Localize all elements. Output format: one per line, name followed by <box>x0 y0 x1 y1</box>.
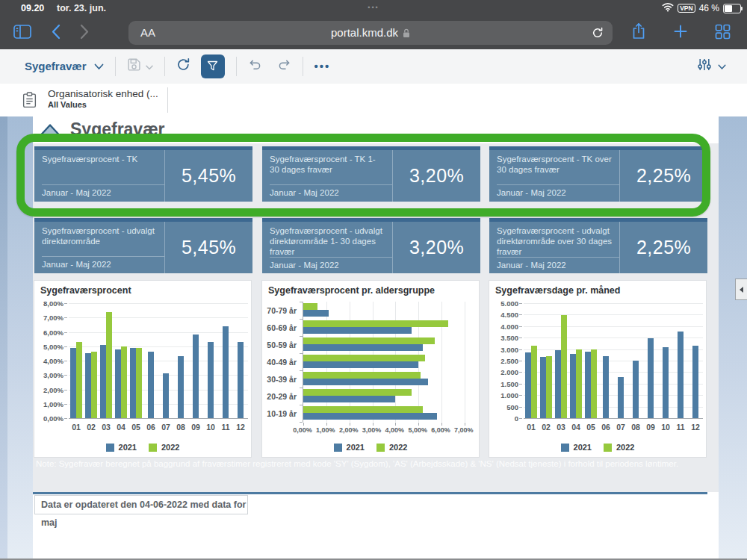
gridline <box>69 332 248 333</box>
bar-2022 <box>303 389 412 396</box>
y-tick-label: 4,00% <box>43 357 63 365</box>
chart-aldersgruppe[interactable]: Sygefraværsprocent pr. aldersgruppe 70-7… <box>262 281 479 457</box>
x-tick-label: 4,00% <box>385 426 405 434</box>
kpi-title: Sygefraværsprocent - udvalgt direktøromr… <box>497 225 619 257</box>
clipboard-icon <box>22 92 37 111</box>
tick-mark <box>64 317 67 318</box>
tick-mark <box>519 349 522 350</box>
filter-settings-icon[interactable] <box>698 58 711 74</box>
x-category-label: 12 <box>233 423 248 432</box>
y-tick-label: 6,00% <box>43 328 63 336</box>
y-tick-label: 5,00% <box>43 342 63 350</box>
tick-mark <box>64 390 67 391</box>
tick-mark <box>300 370 303 371</box>
reload-icon[interactable] <box>592 27 604 42</box>
handoff-dots-icon: ••• <box>0 4 747 11</box>
kpi-title: Sygefraværsprocent - TK 1- 30 dages frav… <box>270 154 392 184</box>
y-tick-label: 7,00% <box>43 314 63 322</box>
panel-expander-button[interactable] <box>735 279 747 300</box>
kpi-period: Januar - Maj 2022 <box>497 184 619 198</box>
bar-2021 <box>100 345 106 418</box>
home-icon <box>39 119 61 140</box>
more-actions-button[interactable]: ••• <box>314 60 331 72</box>
tick-mark <box>300 353 303 354</box>
bar-2021 <box>115 349 121 418</box>
y-axis: 70-79 år60-69 år50-59 år40-49 år30-39 år… <box>264 302 300 422</box>
sidebar-icon[interactable] <box>13 25 31 42</box>
gridline <box>465 302 465 422</box>
dashboard-canvas: Sygefravær Sygefraværsprocent - TK Janua… <box>33 116 719 560</box>
x-category-label: 09 <box>188 423 203 432</box>
back-button[interactable] <box>51 24 61 43</box>
kpi-card-tk-short[interactable]: Sygefraværsprocent - TK 1- 30 dages frav… <box>262 146 480 202</box>
y-tick-label: 2,00% <box>43 385 63 393</box>
plot-area <box>69 303 248 419</box>
legend-label: 2021 <box>574 443 592 452</box>
x-category-label: 02 <box>539 423 554 432</box>
x-category-label: 01 <box>524 423 539 432</box>
kpi-card-dir-total[interactable]: Sygefraværsprocent - udvalgt direktøromr… <box>34 218 252 273</box>
category-label: 10-19 år <box>267 409 297 418</box>
refresh-button[interactable] <box>176 57 190 75</box>
y-axis: 0,00%1,00%2,00%3,00%4,00%5,00%6,00%7,00%… <box>36 303 66 418</box>
save-chevron-icon[interactable] <box>146 60 153 73</box>
filter-button-active[interactable] <box>201 55 225 78</box>
y-axis: 05001.0001.5002.0002.5003.0003.5004.0004… <box>491 303 521 418</box>
chart-sygefravaersprocent[interactable]: Sygefraværsprocent 0,00%1,00%2,00%3,00%4… <box>34 281 251 457</box>
filter-settings-chevron-icon[interactable] <box>718 60 726 73</box>
redo-icon[interactable] <box>277 59 291 73</box>
save-button[interactable] <box>127 57 141 75</box>
bar-2021 <box>238 342 244 418</box>
kpi-period: Januar - Maj 2022 <box>270 184 392 198</box>
bar-2021 <box>585 352 591 418</box>
chart-legend: 2021 2022 <box>262 443 479 452</box>
chart-title: Sygefraværsprocent pr. aldersgruppe <box>268 285 435 296</box>
x-category-label: 04 <box>114 423 128 432</box>
forward-button[interactable] <box>80 24 90 43</box>
kpi-value: 2,25% <box>636 165 691 187</box>
y-tick-label: 5.000 <box>500 299 518 308</box>
bar-2021 <box>570 354 576 418</box>
new-tab-icon[interactable] <box>673 24 688 42</box>
category-label: 70-79 år <box>267 306 297 315</box>
bar-2021 <box>223 326 229 418</box>
story-title-chevron-icon[interactable] <box>94 60 104 73</box>
gridline <box>524 326 703 327</box>
bar-2021 <box>303 413 437 420</box>
bar-2021 <box>525 352 531 418</box>
kpi-period: Januar - Maj 2022 <box>42 256 164 270</box>
undo-icon[interactable] <box>248 59 262 73</box>
kpi-card-dir-long[interactable]: Sygefraværsprocent - udvalgt direktøromr… <box>489 218 707 273</box>
bar-2022 <box>303 320 448 327</box>
filter-token-org-enhed[interactable]: Organisatorisk enhed (... All Values <box>48 88 158 109</box>
legend-label: 2022 <box>389 443 407 452</box>
chart-sygefravaersdage[interactable]: Sygefraværsdage pr. måned 05001.0001.500… <box>489 281 706 457</box>
x-tick-label: 5,00% <box>408 426 427 434</box>
y-tick-label: 4.000 <box>500 322 518 330</box>
tabs-icon[interactable] <box>715 24 731 43</box>
bar-2021 <box>678 332 684 418</box>
x-tick-label: 3,00% <box>362 426 382 434</box>
story-title-menu[interactable]: Sygefravær <box>25 60 87 72</box>
bar-2021 <box>193 335 199 418</box>
x-category-label: 06 <box>143 423 158 432</box>
tick-mark <box>64 404 67 405</box>
battery-icon <box>723 4 741 13</box>
y-tick-label: 3.500 <box>500 334 518 342</box>
kpi-card-tk-long[interactable]: Sygefraværsprocent - TK over 30 dages fr… <box>489 146 707 202</box>
address-bar[interactable]: AA portal.kmd.dk <box>128 21 613 45</box>
bar-2021 <box>208 342 214 418</box>
kpi-card-tk-total[interactable]: Sygefraværsprocent - TK Januar - Maj 202… <box>34 146 252 202</box>
legend-swatch-2021 <box>334 444 342 452</box>
bar-2021 <box>303 396 395 402</box>
app-toolbar: Sygefravær <box>0 49 747 84</box>
gridline <box>524 337 703 338</box>
bar-2021 <box>303 379 428 385</box>
bar-2022 <box>561 315 567 418</box>
x-category-label: 07 <box>158 423 173 432</box>
share-icon[interactable] <box>631 22 646 43</box>
bar-2022 <box>303 355 425 361</box>
legend-swatch-2022 <box>604 444 612 452</box>
kpi-card-dir-short[interactable]: Sygefraværsprocent - udvalgt direktøromr… <box>262 218 480 273</box>
tick-mark <box>64 332 67 333</box>
